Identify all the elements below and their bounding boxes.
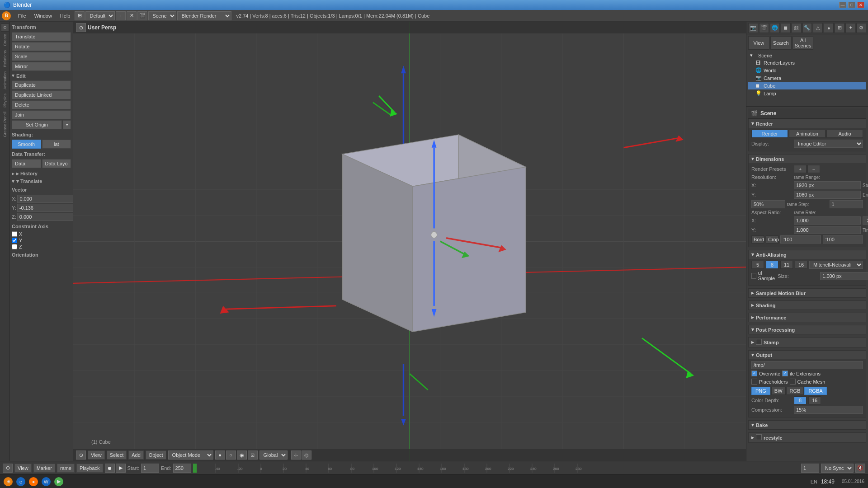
delete-button[interactable]: Delete (12, 100, 71, 109)
scene-select[interactable]: Scene (148, 11, 176, 20)
timeline-marker-btn[interactable]: Marker (33, 464, 55, 473)
mode-select[interactable]: Object Mode (168, 450, 213, 460)
png-button[interactable]: PNG (751, 387, 770, 395)
performance-header[interactable]: ▸ Performance (749, 313, 866, 322)
aspect-x-input[interactable] (794, 216, 861, 225)
world-props-icon[interactable]: 🌐 (770, 23, 780, 33)
render-props-icon[interactable]: 📷 (748, 23, 758, 33)
start-input[interactable] (141, 464, 159, 473)
audio-tab[interactable]: Audio (826, 130, 863, 138)
path-input[interactable] (751, 361, 863, 369)
y-input[interactable] (17, 204, 73, 212)
scale-button[interactable]: Scale (12, 52, 71, 61)
aa-header[interactable]: ▾ Anti-Aliasing (749, 250, 866, 259)
res-x-input[interactable] (794, 181, 861, 189)
stamp-checkbox[interactable] (756, 339, 762, 345)
render-tab[interactable]: Render (751, 130, 788, 138)
app2-icon[interactable]: ▶ (54, 477, 63, 486)
data-layo-button[interactable]: Data Layo (42, 159, 71, 168)
lamp-item[interactable]: 💡 Lamp (748, 89, 866, 97)
viewport[interactable]: ⊙ User Persp (73, 22, 746, 461)
set-origin-button[interactable]: Set Origin (12, 120, 62, 129)
render-presets-remove[interactable]: − (807, 165, 820, 173)
aa-16-button[interactable]: 16 (795, 261, 807, 269)
timeline-icon[interactable]: ⊙ (3, 464, 13, 473)
color-depth-8-button[interactable]: 8 (794, 396, 807, 404)
rgb-button[interactable]: RGB (787, 387, 804, 395)
bw-button[interactable]: BW (771, 387, 786, 395)
duplicate-linked-button[interactable]: Duplicate Linked (12, 90, 71, 99)
aa-8-button[interactable]: 8 (766, 261, 778, 269)
data-props-icon[interactable]: △ (813, 23, 823, 33)
z-input[interactable] (17, 213, 73, 221)
freestyle-header[interactable]: ▸ reestyle (749, 433, 866, 442)
search-tab[interactable]: Search (770, 36, 792, 50)
crop-button[interactable]: Crop (766, 235, 778, 244)
scene-item[interactable]: ▾ Scene (748, 52, 866, 59)
cache-mesh-checkbox[interactable] (790, 379, 796, 385)
current-frame-input[interactable] (801, 464, 819, 473)
solid-mode-icon[interactable]: ● (215, 450, 225, 460)
material-mode-icon[interactable]: ◉ (237, 450, 247, 460)
audio-mute-icon[interactable]: 🔇 (855, 464, 865, 473)
render-engine-select[interactable]: Blender Render (177, 11, 231, 20)
modifiers-props-icon[interactable]: 🔧 (802, 23, 812, 33)
join-button[interactable]: Join (12, 110, 71, 119)
object-button[interactable]: Object (146, 450, 166, 460)
start-icon[interactable]: ⊞ (4, 477, 13, 486)
particles-props-icon[interactable]: ✦ (845, 23, 855, 33)
color-depth-16-button[interactable]: 16 (808, 396, 821, 404)
viewport-footer-icon[interactable]: ⊙ (76, 450, 86, 460)
minimize-button[interactable]: — (839, 2, 846, 8)
shading-props-header[interactable]: ▸ Shading (749, 301, 866, 310)
timeline-view-btn[interactable]: View (14, 464, 32, 473)
menu-file[interactable]: File (14, 12, 30, 19)
end-input[interactable] (173, 464, 191, 473)
axis-x-checkbox[interactable] (12, 231, 17, 237)
percent-input[interactable] (751, 200, 785, 208)
play-icon[interactable]: ▶ (116, 464, 126, 473)
object-props-icon[interactable]: ◼ (781, 23, 791, 33)
display-select[interactable]: Image Editor (794, 140, 863, 148)
fps-select[interactable]: 24 fps (863, 216, 868, 225)
compression-input[interactable] (794, 406, 863, 414)
overwrite-checkbox[interactable] (751, 371, 757, 376)
scene-props-icon[interactable]: 🎬 (759, 23, 769, 33)
axis-z-checkbox[interactable] (12, 244, 17, 249)
rotate-button[interactable]: Rotate (12, 42, 71, 51)
menu-help[interactable]: Help (57, 12, 74, 19)
aa-5-button[interactable]: 5 (751, 261, 764, 269)
texture-props-icon[interactable]: ⊞ (835, 23, 844, 33)
size-input[interactable] (820, 272, 868, 280)
mirror-button[interactable]: Mirror (12, 62, 71, 71)
maximize-button[interactable]: □ (848, 2, 855, 8)
all-scenes-tab[interactable]: All Scenes (793, 36, 814, 50)
history-header[interactable]: ▸ ▸ History (12, 171, 71, 177)
bake-header[interactable]: ▾ Bake (749, 421, 866, 429)
wire-mode-icon[interactable]: ○ (226, 450, 236, 460)
motion-blur-header[interactable]: ▸ Sampled Motion Blur (749, 289, 866, 297)
flat-button[interactable]: lat (42, 140, 71, 149)
global-select[interactable]: Global (259, 450, 288, 460)
add-button[interactable]: Add (128, 450, 144, 460)
render-presets-add[interactable]: + (794, 165, 807, 173)
texture-mode-icon[interactable]: ⊡ (248, 450, 258, 460)
set-origin-arrow-button[interactable]: ▾ (63, 120, 71, 129)
new-input[interactable] (823, 235, 863, 244)
timeline-playback-btn[interactable]: Playback (76, 464, 103, 473)
layout-icon[interactable]: ⊞ (75, 11, 85, 20)
mode-icon[interactable]: ⊙ (1, 23, 9, 32)
full-sample-checkbox[interactable] (751, 273, 756, 279)
res-y-input[interactable] (794, 191, 861, 199)
axis-y-checkbox[interactable] (12, 238, 17, 243)
screen-close-icon[interactable]: ✕ (127, 11, 137, 20)
aa-11-button[interactable]: 11 (780, 261, 793, 269)
viewport-mode-icon[interactable]: ⊙ (76, 23, 86, 32)
cube-item[interactable]: ◼ Cube (748, 82, 866, 89)
menu-window[interactable]: Window (31, 12, 56, 19)
placeholders-checkbox[interactable] (751, 379, 757, 385)
smooth-button[interactable]: Smooth (12, 140, 41, 149)
frame-step-input[interactable] (830, 200, 863, 208)
stamp-header[interactable]: ▸ Stamp (749, 338, 866, 347)
freestyle-checkbox[interactable] (756, 434, 762, 440)
